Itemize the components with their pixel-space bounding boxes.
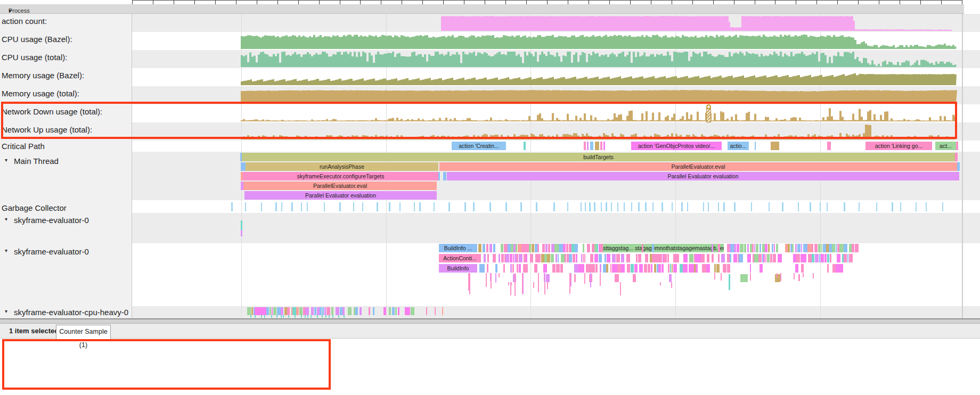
gc-tick[interactable] bbox=[594, 202, 595, 211]
trace-slice[interactable] bbox=[955, 153, 958, 161]
trace-slice[interactable] bbox=[563, 244, 566, 252]
gc-tick[interactable] bbox=[916, 202, 917, 211]
trace-slice[interactable] bbox=[567, 254, 569, 262]
trace-slice[interactable] bbox=[324, 307, 326, 315]
cpu-heavy-subtick[interactable] bbox=[261, 315, 262, 318]
gc-tick[interactable] bbox=[606, 202, 607, 211]
trace-slice[interactable] bbox=[707, 254, 709, 262]
trace-slice[interactable] bbox=[818, 244, 821, 252]
trace-slice[interactable] bbox=[603, 264, 606, 273]
trace-slice[interactable] bbox=[664, 254, 667, 262]
trace-slice[interactable] bbox=[342, 307, 345, 315]
trace-slice[interactable] bbox=[560, 264, 563, 273]
trace-slice[interactable] bbox=[535, 244, 537, 252]
trace-slice[interactable] bbox=[525, 244, 529, 252]
trace-slice[interactable] bbox=[590, 254, 593, 262]
trace-slice[interactable] bbox=[487, 254, 489, 262]
trace-slice[interactable] bbox=[556, 264, 560, 273]
trace-slice[interactable] bbox=[247, 307, 251, 315]
deep-slice-tick[interactable] bbox=[590, 273, 591, 287]
trace-slice[interactable] bbox=[821, 254, 824, 262]
trace-slice[interactable] bbox=[489, 244, 492, 252]
trace-slice[interactable] bbox=[788, 244, 790, 252]
gc-tick[interactable] bbox=[362, 202, 364, 211]
gc-tick[interactable] bbox=[681, 202, 683, 211]
trace-slice[interactable] bbox=[648, 264, 650, 273]
trace-slice[interactable] bbox=[587, 142, 589, 150]
trace-slice[interactable] bbox=[824, 254, 827, 262]
trace-slice[interactable] bbox=[600, 264, 601, 273]
trace-slice[interactable] bbox=[443, 172, 446, 180]
trace-slice[interactable] bbox=[486, 244, 488, 252]
trace-slice[interactable] bbox=[317, 307, 320, 315]
track-label-network-down-usage-total[interactable]: Network Down usage (total): bbox=[2, 107, 102, 116]
trace-slice[interactable]: action 'GenObjcProtos video/... bbox=[631, 142, 722, 150]
trace-slice[interactable] bbox=[519, 254, 523, 262]
trace-slice[interactable] bbox=[658, 264, 662, 273]
trace-slice[interactable] bbox=[801, 244, 803, 252]
trace-slice[interactable] bbox=[483, 244, 485, 252]
trace-slice[interactable] bbox=[505, 254, 509, 262]
trace-slice[interactable] bbox=[398, 307, 399, 315]
gc-tick[interactable] bbox=[672, 202, 673, 211]
deep-slice-tick[interactable] bbox=[547, 282, 548, 289]
trace-slice[interactable] bbox=[642, 244, 643, 252]
trace-slice[interactable] bbox=[348, 307, 352, 315]
process-header[interactable]: ▾ Process 1 bbox=[0, 4, 964, 14]
trace-slice[interactable] bbox=[558, 254, 559, 262]
trace-slice[interactable] bbox=[600, 244, 603, 252]
trace-slice[interactable] bbox=[830, 254, 831, 262]
trace-slice[interactable] bbox=[731, 244, 733, 252]
gc-tick[interactable] bbox=[301, 202, 303, 211]
deep-slice-tick[interactable] bbox=[508, 282, 509, 285]
cpu-heavy-subtick[interactable] bbox=[271, 315, 272, 318]
collapse-arrow-icon[interactable]: ▾ bbox=[5, 248, 7, 253]
trace-slice[interactable] bbox=[478, 244, 481, 252]
trace-slice[interactable] bbox=[765, 244, 767, 252]
deep-slice-tick[interactable] bbox=[570, 273, 571, 282]
trace-slice[interactable] bbox=[287, 307, 290, 315]
trace-slice[interactable] bbox=[773, 254, 776, 262]
trace-slice[interactable] bbox=[612, 264, 616, 273]
trace-slice[interactable] bbox=[633, 274, 636, 282]
gc-tick[interactable] bbox=[631, 202, 633, 211]
trace-slice[interactable] bbox=[544, 254, 546, 262]
trace-slice[interactable] bbox=[956, 142, 958, 150]
trace-slice[interactable] bbox=[801, 254, 803, 262]
trace-slice[interactable] bbox=[517, 254, 518, 262]
gc-tick[interactable] bbox=[520, 202, 522, 211]
trace-slice[interactable] bbox=[696, 264, 698, 273]
trace-slice[interactable] bbox=[501, 244, 503, 252]
trace-slice[interactable] bbox=[612, 254, 616, 262]
trace-slice[interactable] bbox=[504, 244, 508, 252]
trace-slice[interactable] bbox=[639, 264, 643, 273]
gc-tick[interactable] bbox=[448, 202, 450, 211]
trace-slice[interactable] bbox=[730, 254, 731, 262]
gc-tick[interactable] bbox=[275, 202, 277, 211]
deep-slice-tick[interactable] bbox=[533, 282, 534, 288]
gc-tick[interactable] bbox=[687, 202, 689, 211]
gc-tick[interactable] bbox=[589, 202, 591, 211]
gc-tick[interactable] bbox=[464, 202, 466, 211]
trace-slice[interactable] bbox=[574, 264, 578, 273]
trace-slice[interactable] bbox=[586, 264, 590, 273]
gc-tick[interactable] bbox=[617, 202, 619, 211]
track-label-cpu-usage-total[interactable]: CPU usage (total): bbox=[2, 53, 67, 62]
trace-slice[interactable] bbox=[576, 254, 577, 262]
trace-slice[interactable] bbox=[747, 254, 752, 262]
trace-slice[interactable] bbox=[411, 307, 415, 315]
trace-slice[interactable] bbox=[683, 264, 686, 273]
gc-tick[interactable] bbox=[703, 202, 705, 211]
trace-slice[interactable] bbox=[543, 264, 547, 273]
trace-slice[interactable] bbox=[578, 264, 582, 273]
trace-slice[interactable] bbox=[795, 264, 798, 273]
trace-slice[interactable] bbox=[442, 307, 443, 315]
deep-slice-tick[interactable] bbox=[600, 273, 601, 286]
trace-slice[interactable] bbox=[729, 274, 730, 290]
trace-slice[interactable] bbox=[355, 307, 358, 315]
cpu-heavy-subtick[interactable] bbox=[329, 315, 330, 318]
trace-slice[interactable] bbox=[702, 264, 706, 273]
deep-slice-tick[interactable] bbox=[660, 282, 661, 285]
trace-slice[interactable] bbox=[718, 254, 720, 262]
deep-slice-tick[interactable] bbox=[777, 273, 778, 278]
